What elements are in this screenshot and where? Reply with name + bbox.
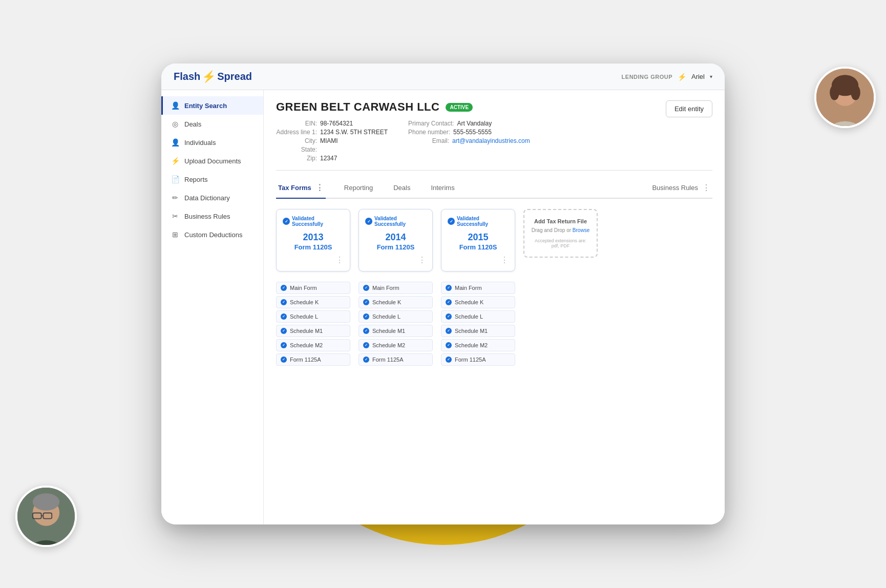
sidebar-item-custom-deductions-label: Custom Deductions (184, 231, 242, 239)
schedule-col-1: Main Form Schedule K Schedule L Schedule… (276, 282, 350, 366)
schedule-item-main-form-2[interactable]: Main Form (358, 282, 433, 294)
entity-info: GREEN BELT CARWASH LLC Active EIN: 98-76… (276, 100, 530, 162)
sidebar-item-deals[interactable]: ◎ Deals (161, 115, 263, 133)
schedule-item-l-2[interactable]: Schedule L (358, 310, 433, 323)
validated-label-2013: Validated Successfully (283, 216, 344, 227)
schedule-check-m13 (446, 328, 452, 334)
schedule-item-m2-1[interactable]: Schedule M2 (276, 339, 350, 351)
tab-reporting[interactable]: Reporting (342, 180, 375, 198)
upload-tax-card[interactable]: Add Tax Return File Drag and Drop or Bro… (523, 209, 598, 258)
email-value[interactable]: art@vandalayindustries.com (452, 137, 530, 144)
schedule-item-k-1[interactable]: Schedule K (276, 296, 350, 308)
entity-address-group: EIN: 98-7654321 Address line 1: 1234 S.W… (276, 120, 388, 162)
tax-year-2013[interactable]: 2013 (283, 232, 344, 243)
entity-header: GREEN BELT CARWASH LLC Active EIN: 98-76… (276, 100, 712, 171)
schedule-check-m23 (446, 342, 452, 348)
schedule-label: Form 1125A (455, 356, 486, 363)
schedule-label: Schedule L (290, 313, 318, 320)
card-menu-2015[interactable]: ⋮ (448, 255, 509, 265)
tax-form-2014[interactable]: Form 1120S (365, 243, 426, 251)
sidebar-item-upload-documents[interactable]: ⚡ Upload Documents (161, 152, 263, 170)
schedule-item-l-3[interactable]: Schedule L (441, 310, 515, 323)
browse-link[interactable]: Browse (573, 227, 589, 233)
schedule-item-main-form-3[interactable]: Main Form (441, 282, 515, 294)
ein-label: EIN: (276, 120, 317, 127)
schedule-check-m12 (363, 328, 369, 334)
sidebar-item-reports[interactable]: 📄 Reports (161, 170, 263, 188)
main-layout: 👤 Entity Search ◎ Deals 👤 Individuals ⚡ … (161, 90, 725, 524)
schedule-item-1125a-1[interactable]: Form 1125A (276, 353, 350, 366)
sidebar-item-data-dictionary[interactable]: ✏ Data Dictionary (161, 188, 263, 207)
schedule-item-k-2[interactable]: Schedule K (358, 296, 433, 308)
tab-tax-forms-label: Tax Forms (278, 184, 311, 192)
entity-status-badge: Active (446, 103, 473, 112)
schedule-item-m1-3[interactable]: Schedule M1 (441, 325, 515, 337)
schedule-check-k2 (363, 299, 369, 305)
city-label: City: (276, 137, 317, 144)
phone-value: 555-555-5555 (453, 129, 492, 136)
tab-deals[interactable]: Deals (391, 180, 412, 198)
upload-title: Add Tax Return File (531, 218, 590, 224)
city-row: City: MIAMI (276, 137, 388, 144)
schedule-label: Schedule M2 (455, 342, 488, 348)
top-bar: Flash ⚡ Spread LENDING GROUP ⚡ Ariel ▾ (161, 64, 725, 90)
sidebar-item-reports-label: Reports (184, 176, 208, 183)
email-label: Email: (408, 137, 449, 144)
zip-value: 12347 (320, 155, 337, 162)
business-rules-menu-icon[interactable]: ⋮ (702, 183, 710, 193)
tab-reporting-label: Reporting (344, 184, 373, 192)
primary-contact-value: Art Vandalay (457, 120, 492, 127)
schedule-item-m2-3[interactable]: Schedule M2 (441, 339, 515, 351)
tax-year-2014[interactable]: 2014 (365, 232, 426, 243)
main-device: Flash ⚡ Spread LENDING GROUP ⚡ Ariel ▾ 👤… (161, 64, 725, 524)
tax-form-2013[interactable]: Form 1120S (283, 243, 344, 251)
sidebar-item-entity-search[interactable]: 👤 Entity Search (161, 96, 263, 115)
schedule-columns: Main Form Schedule K Schedule L Schedule… (276, 282, 712, 366)
tax-forms-menu-icon[interactable]: ⋮ (315, 183, 324, 193)
sidebar-item-custom-deductions[interactable]: ⊞ Custom Deductions (161, 225, 263, 244)
ein-value: 98-7654321 (320, 120, 353, 127)
upload-extensions: Accepted extensions are: pdf, PDF (531, 238, 590, 248)
svg-point-3 (33, 493, 59, 511)
custom-deductions-icon: ⊞ (171, 230, 179, 239)
ein-row: EIN: 98-7654321 (276, 120, 388, 127)
entity-name: GREEN BELT CARWASH LLC (276, 100, 439, 114)
tax-year-2015[interactable]: 2015 (448, 232, 509, 243)
schedule-check-k1 (281, 299, 287, 305)
schedule-item-m2-2[interactable]: Schedule M2 (358, 339, 433, 351)
schedule-item-1125a-3[interactable]: Form 1125A (441, 353, 515, 366)
user-menu-chevron[interactable]: ▾ (710, 74, 712, 79)
sidebar: 👤 Entity Search ◎ Deals 👤 Individuals ⚡ … (161, 90, 264, 524)
schedule-item-1125a-2[interactable]: Form 1125A (358, 353, 433, 366)
schedule-check-k3 (446, 299, 452, 305)
sidebar-item-business-rules[interactable]: ✂ Business Rules (161, 207, 263, 225)
sidebar-item-individuals-label: Individuals (184, 139, 216, 146)
state-row: State: (276, 146, 388, 153)
schedule-check-1 (281, 285, 287, 291)
phone-label: Phone number: (408, 129, 450, 136)
card-menu-2014[interactable]: ⋮ (365, 255, 426, 265)
entity-details: EIN: 98-7654321 Address line 1: 1234 S.W… (276, 120, 530, 162)
schedule-label: Main Form (290, 285, 317, 291)
tab-business-rules[interactable]: Business Rules ⋮ (650, 179, 712, 199)
schedule-item-m1-1[interactable]: Schedule M1 (276, 325, 350, 337)
schedule-item-m1-2[interactable]: Schedule M1 (358, 325, 433, 337)
schedule-label: Main Form (455, 285, 482, 291)
schedule-check-3 (446, 285, 452, 291)
tab-tax-forms[interactable]: Tax Forms ⋮ (276, 179, 326, 199)
edit-entity-button[interactable]: Edit entity (666, 100, 712, 117)
schedule-item-main-form-1[interactable]: Main Form (276, 282, 350, 294)
card-menu-2013[interactable]: ⋮ (283, 255, 344, 265)
schedule-label: Schedule L (455, 313, 483, 320)
profile-right (814, 67, 876, 128)
schedule-item-k-3[interactable]: Schedule K (441, 296, 515, 308)
schedule-check-l3 (446, 313, 452, 320)
schedule-item-l-1[interactable]: Schedule L (276, 310, 350, 323)
schedule-col-2: Main Form Schedule K Schedule L Schedule… (358, 282, 433, 366)
entity-title-row: GREEN BELT CARWASH LLC Active (276, 100, 530, 114)
individuals-icon: 👤 (171, 138, 179, 146)
sidebar-item-business-rules-label: Business Rules (184, 213, 230, 220)
tax-form-2015[interactable]: Form 1120S (448, 243, 509, 251)
sidebar-item-individuals[interactable]: 👤 Individuals (161, 133, 263, 152)
tab-interims[interactable]: Interims (429, 180, 456, 198)
